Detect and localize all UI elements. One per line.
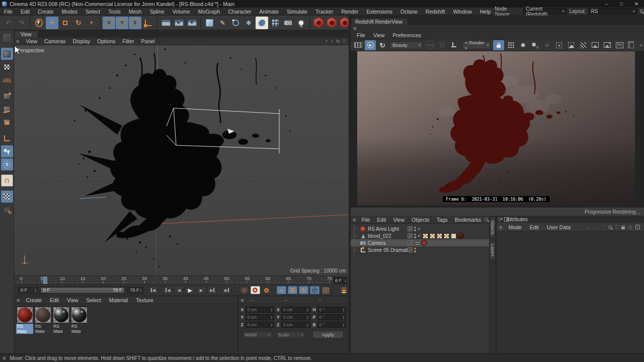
tab-objects[interactable]: Objects: [490, 217, 496, 238]
range-start-field[interactable]: 0 F ▴▾: [18, 287, 38, 294]
lock-view-button[interactable]: [493, 40, 504, 50]
dither-button[interactable]: [437, 40, 448, 50]
viewport-canvas[interactable]: Perspective Grid Spacing : 10000 cm: [14, 45, 349, 276]
redshift-tool-button-1[interactable]: [312, 17, 325, 29]
freeze-button[interactable]: ✱: [517, 40, 528, 50]
edges-mode-button[interactable]: [1, 103, 13, 115]
magnet-tool-button[interactable]: U: [1, 174, 13, 187]
target-icon[interactable]: ◎: [628, 224, 632, 230]
menubar-item[interactable]: Tools: [104, 8, 125, 16]
workplane-align-button[interactable]: ↻: [1, 204, 13, 216]
next-frame-button[interactable]: ▶: [196, 286, 206, 294]
material-item[interactable]: RS Mate: [52, 307, 69, 334]
render-picture-viewer-button[interactable]: ▶: [173, 17, 185, 29]
tree-branch[interactable]: [354, 246, 360, 253]
hamburger-icon[interactable]: ≡: [499, 224, 502, 230]
attributes-menu-item[interactable]: Edit: [526, 224, 543, 230]
object-row-camera[interactable]: Camera: [351, 239, 496, 246]
hamburger-icon[interactable]: ≡: [241, 297, 244, 303]
region-select[interactable]: < Render > ▾: [462, 41, 491, 49]
renderview-menu-item[interactable]: Preferences: [389, 32, 426, 38]
material-item[interactable]: RS Mate: [70, 307, 88, 334]
material-thumbnail[interactable]: [53, 307, 69, 323]
object-row-scene[interactable]: Scene 05 Dramatic: [351, 246, 496, 253]
object-manager-menu-item[interactable]: Tags: [433, 217, 451, 223]
polygons-mode-button[interactable]: [1, 116, 13, 128]
material-thumbnail[interactable]: [35, 307, 51, 323]
send-to-picture-viewer-button[interactable]: PV: [614, 40, 625, 50]
material-tag[interactable]: [458, 233, 464, 239]
filter-icon[interactable]: ▽: [497, 217, 501, 222]
menubar-item[interactable]: Render: [337, 8, 362, 16]
tree-branch[interactable]: [354, 239, 360, 246]
record-keyframe-button[interactable]: [251, 286, 260, 294]
layer-toggle-icon[interactable]: [408, 240, 413, 245]
texture-tag[interactable]: [423, 233, 428, 239]
start-ipr-button[interactable]: ▶: [365, 40, 376, 50]
texture-tag[interactable]: [444, 233, 449, 239]
tab-layers[interactable]: Layers: [490, 240, 496, 260]
coordinate-mode-select[interactable]: Scale ▾: [276, 331, 305, 338]
rotation-field[interactable]: 0 °▴▾: [317, 322, 346, 328]
filter-icon[interactable]: ▽: [615, 224, 619, 230]
menubar-item[interactable]: File: [0, 8, 17, 16]
keyframe-selection-button[interactable]: [339, 286, 349, 294]
menubar-item[interactable]: Redshift: [422, 8, 449, 16]
lock-icon[interactable]: [621, 227, 625, 229]
layer-toggle-icon[interactable]: [408, 247, 413, 252]
timeline-ruler[interactable]: 0 5 10 15 20 25 30: [14, 276, 349, 285]
material-menu-item[interactable]: Texture: [132, 297, 157, 303]
lock-x-axis-button[interactable]: X: [103, 17, 115, 29]
menubar-item[interactable]: MoGraph: [194, 8, 224, 16]
rotate-tool[interactable]: ↻: [72, 17, 85, 29]
autokey-button[interactable]: [239, 286, 249, 294]
viewport-rotate-icon[interactable]: ↻: [336, 39, 340, 44]
add-snapshot-button[interactable]: +: [602, 40, 613, 50]
node-space-select[interactable]: Current (Redshift) ▾: [523, 8, 567, 15]
texture-tag[interactable]: [430, 233, 435, 239]
viewport-pan-icon[interactable]: +: [325, 39, 328, 44]
coordinate-space-select[interactable]: World ▾: [243, 331, 272, 338]
display-mode-button[interactable]: RGB: [425, 40, 436, 50]
coordinates-dropdown[interactable]: --: [284, 298, 314, 303]
scale-tool[interactable]: [59, 17, 71, 29]
texture-tag[interactable]: [437, 233, 442, 239]
snapshot-button[interactable]: [590, 40, 601, 50]
search-icon[interactable]: [640, 10, 643, 13]
hamburger-icon[interactable]: ≡: [17, 297, 20, 303]
enabled-check-icon[interactable]: ✓: [418, 233, 422, 238]
rotation-field[interactable]: 0 °▴▾: [317, 314, 346, 320]
model-mode-button[interactable]: [1, 48, 13, 60]
menubar-item[interactable]: Modes: [58, 8, 82, 16]
coordinates-dropdown[interactable]: --: [318, 298, 349, 303]
points-mode-button[interactable]: [1, 90, 13, 102]
menubar-item[interactable]: Create: [34, 8, 58, 16]
hamburger-icon[interactable]: ≡: [16, 38, 19, 44]
render-button[interactable]: [353, 40, 364, 50]
add-icon[interactable]: +: [635, 225, 640, 229]
object-row-blood[interactable]: blood_022 ✓: [351, 232, 496, 239]
object-manager-menu-item[interactable]: Edit: [373, 217, 389, 223]
focus-picker-button[interactable]: [553, 40, 565, 50]
lock-y-axis-button[interactable]: Y: [116, 17, 128, 29]
layout-select[interactable]: RS ▾: [588, 8, 637, 15]
rendered-image[interactable]: Frame 6: 2021-03-31 10:16:06 (0.20s): [357, 51, 635, 205]
viewport-menu-item[interactable]: Cameras: [41, 38, 69, 44]
material-item[interactable]: RS Mate: [34, 307, 51, 334]
bucket-render-button[interactable]: [505, 40, 516, 50]
menubar-item[interactable]: Window: [449, 8, 475, 16]
menubar-item[interactable]: Help: [476, 8, 495, 16]
live-selection-tool[interactable]: [33, 17, 45, 29]
workplane-snap-button[interactable]: [1, 191, 13, 203]
search-icon[interactable]: [485, 218, 488, 221]
hamburger-icon[interactable]: ≡: [353, 25, 356, 31]
visibility-dots-icon[interactable]: [414, 227, 416, 231]
range-end-field[interactable]: 75 F ▴▾: [127, 287, 143, 294]
viewport-menu-item[interactable]: Panel: [138, 38, 158, 44]
material-menu-item[interactable]: View: [63, 297, 83, 303]
camera-button[interactable]: [282, 17, 294, 29]
subdivision-surface-button[interactable]: ✱: [243, 17, 255, 29]
restart-ipr-button[interactable]: ↻: [377, 40, 388, 50]
goto-start-button[interactable]: ◀: [148, 286, 158, 294]
menubar-item[interactable]: Character: [224, 8, 255, 16]
